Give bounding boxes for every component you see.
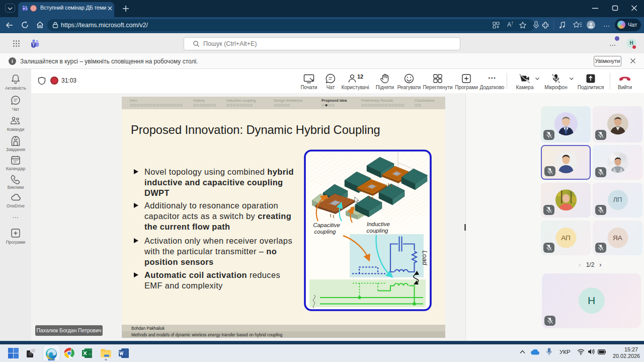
svg-text:Conclusions: Conclusions — [415, 98, 435, 103]
svg-text:DWPT: DWPT — [144, 188, 170, 197]
svg-text:Methods and models of dynamic: Methods and models of dynamic wireless e… — [131, 333, 283, 337]
svg-text:Capacitive: Capacitive — [313, 222, 340, 228]
svg-text:Proposed Innovation: Dynamic: Proposed Innovation: Dynamic Hybrid Coup… — [131, 123, 380, 136]
svg-text:Automatic coil activation redu: Automatic coil activation reduces — [144, 270, 280, 279]
svg-text:Design limitations: Design limitations — [274, 98, 303, 103]
svg-text:the current flow path: the current flow path — [144, 222, 230, 231]
svg-text:EMF and complexity: EMF and complexity — [144, 281, 223, 290]
svg-text:Intro: Intro — [130, 98, 137, 103]
svg-text:with the particular transmitte: with the particular transmitter – no — [144, 247, 277, 256]
svg-text:position sensors: position sensors — [144, 257, 214, 266]
svg-text:Load: Load — [421, 251, 429, 266]
svg-text:coupling: coupling — [367, 228, 388, 234]
svg-text:capacitor acts as a switch by: capacitor acts as a switch by creating — [144, 211, 291, 221]
svg-text:Inductive coupling: Inductive coupling — [226, 98, 256, 103]
svg-text:Bohdan Pakhaliuk: Bohdan Pakhaliuk — [131, 326, 165, 331]
svg-text:Novel topology using combined: Novel topology using combined hybrid — [144, 167, 294, 176]
svg-text:Activation only when receiver: Activation only when receiver overlaps — [144, 236, 292, 245]
svg-text:inductive and capacitive coupl: inductive and capacitive coupling — [144, 178, 283, 187]
svg-text:Additionaly to resonance opara: Additionaly to resonance oparation — [144, 201, 278, 210]
svg-text:coupling: coupling — [314, 229, 336, 235]
svg-text:History: History — [193, 98, 205, 103]
svg-text:Inductive: Inductive — [367, 221, 390, 227]
svg-text:Proposed idea: Proposed idea — [321, 98, 347, 103]
svg-text:Preliminary Results: Preliminary Results — [361, 98, 393, 103]
